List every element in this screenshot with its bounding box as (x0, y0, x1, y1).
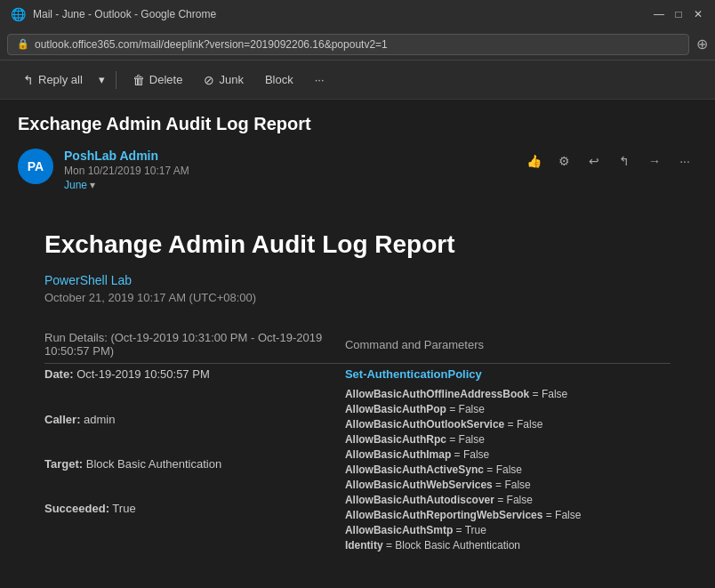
param-row: AllowBasicAuthAutodiscover = False (345, 494, 671, 506)
titlebar: 🌐 Mail - June - Outlook - Google Chrome … (0, 0, 715, 28)
sender-info: PoshLab Admin Mon 10/21/2019 10:17 AM Ju… (64, 149, 510, 191)
url-text[interactable]: outlook.office365.com/mail/deeplink?vers… (35, 38, 388, 51)
param-row: AllowBasicAuthSmtp = True (345, 524, 671, 536)
detail-caller: Caller: admin (44, 409, 345, 454)
undo-button[interactable]: ↩ (582, 149, 607, 173)
like-button[interactable]: 👍 (521, 149, 546, 173)
param-row: Identity = Block Basic Authentication (345, 539, 671, 552)
sender-to-label: June (64, 179, 87, 191)
settings-button[interactable]: ⚙ (551, 149, 576, 173)
more-actions-button[interactable]: ··· (672, 149, 697, 173)
param-row: AllowBasicAuthReportingWebServices = Fal… (345, 509, 671, 521)
params-container: AllowBasicAuthOfflineAddressBook = False… (345, 388, 671, 552)
reply-all-button[interactable]: ↰ Reply all (14, 68, 92, 93)
sender-name: PoshLab Admin (64, 149, 510, 163)
command-title: Set-AuthenticationPolicy (345, 367, 671, 381)
email-actions: 👍 ⚙ ↩ ↰ → ··· (521, 149, 697, 173)
avatar: PA (18, 149, 53, 184)
reply-dropdown-button[interactable]: ▾ (95, 68, 108, 92)
titlebar-controls: — □ ✕ (653, 8, 704, 20)
param-row: AllowBasicAuthRpc = False (345, 433, 671, 446)
cmd-col: Set-AuthenticationPolicy AllowBasicAuthO… (345, 364, 671, 559)
extensions-icon[interactable]: ⊕ (696, 36, 708, 52)
sender-date: Mon 10/21/2019 10:17 AM (64, 165, 510, 177)
report-title: Exchange Admin Audit Log Report (44, 230, 671, 259)
email-page: Exchange Admin Audit Log Report PA PoshL… (0, 100, 715, 588)
sender-to: June ▾ (64, 179, 510, 191)
junk-button[interactable]: ⊘ Junk (195, 68, 252, 93)
delete-icon: 🗑 (133, 73, 145, 87)
email-body: Exchange Admin Audit Log Report PowerShe… (18, 213, 697, 576)
url-bar[interactable]: 🔒 outlook.office365.com/mail/deeplink?ve… (7, 34, 689, 55)
more-icon: ··· (315, 73, 325, 86)
block-label: Block (265, 73, 293, 86)
delete-label: Delete (149, 73, 183, 86)
param-row: AllowBasicAuthPop = False (345, 403, 671, 415)
detail-date: Date: Oct-19-2019 10:50:57 PM (44, 364, 345, 409)
param-row: AllowBasicAuthImap = False (345, 448, 671, 461)
sender-row: PA PoshLab Admin Mon 10/21/2019 10:17 AM… (18, 149, 697, 191)
reply-all-label: Reply all (38, 73, 83, 86)
dropdown-icon: ▾ (99, 73, 105, 86)
email-toolbar: ↰ Reply all ▾ 🗑 Delete ⊘ Junk Block ··· (0, 60, 715, 100)
forward-button[interactable]: → (642, 149, 667, 173)
more-options-button[interactable]: ··· (306, 68, 333, 92)
maximize-button[interactable]: □ (672, 8, 685, 20)
delete-button[interactable]: 🗑 Delete (124, 68, 192, 93)
titlebar-left: 🌐 Mail - June - Outlook - Google Chrome (11, 7, 216, 21)
sender-to-arrow: ▾ (90, 179, 95, 191)
param-row: AllowBasicAuthOutlookService = False (345, 418, 671, 431)
minimize-button[interactable]: — (653, 8, 665, 20)
block-button[interactable]: Block (256, 68, 302, 92)
param-row: AllowBasicAuthOfflineAddressBook = False (345, 388, 671, 400)
email-subject: Exchange Admin Audit Log Report (18, 114, 697, 134)
details-row-0: Date: Oct-19-2019 10:50:57 PM Set-Authen… (44, 364, 671, 409)
close-button[interactable]: ✕ (692, 8, 704, 20)
run-details-header: Run Details: (Oct-19-2019 10:31:00 PM - … (44, 326, 345, 364)
param-row: AllowBasicAuthActiveSync = False (345, 463, 671, 476)
addressbar: 🔒 outlook.office365.com/mail/deeplink?ve… (0, 28, 715, 60)
detail-succeeded: Succeeded: True (44, 498, 345, 543)
report-date: October 21, 2019 10:17 AM (UTC+08:00) (44, 291, 671, 304)
cmd-params-header: Command and Parameters (345, 326, 671, 364)
lock-icon: 🔒 (17, 38, 29, 50)
detail-target: Target: Block Basic Authentication (44, 454, 345, 498)
reply-all-icon: ↰ (23, 73, 34, 87)
titlebar-text: Mail - June - Outlook - Google Chrome (33, 8, 216, 20)
toolbar-divider (116, 71, 116, 89)
reply-button[interactable]: ↰ (612, 149, 637, 173)
browser-favicon: 🌐 (11, 7, 26, 21)
report-table: Run Details: (Oct-19-2019 10:31:00 PM - … (44, 326, 671, 558)
report-lab: PowerShell Lab (44, 273, 671, 287)
junk-icon: ⊘ (204, 73, 214, 87)
junk-label: Junk (219, 73, 243, 86)
param-row: AllowBasicAuthWebServices = False (345, 479, 671, 491)
